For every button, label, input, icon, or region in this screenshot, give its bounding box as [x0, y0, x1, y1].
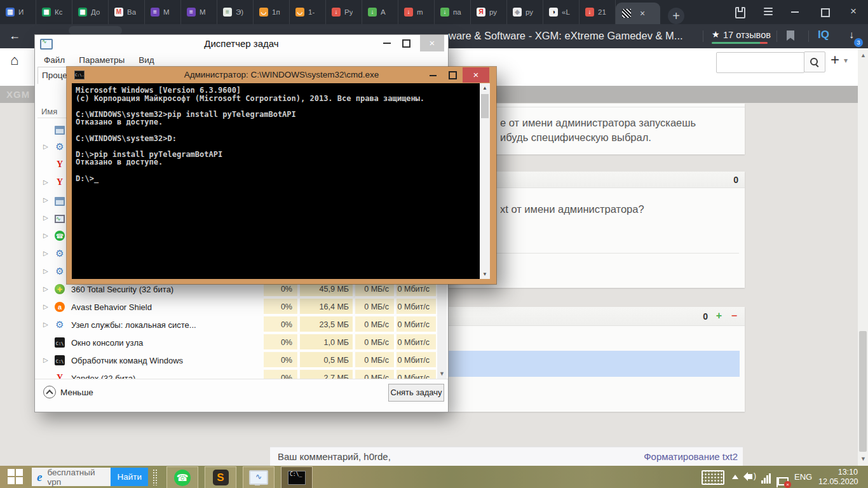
browser-tab[interactable]: ≡ М	[181, 0, 217, 24]
browser-tab[interactable]: ≡ Э)	[217, 0, 254, 24]
browser-tab[interactable]: ▦ Кс	[36, 0, 72, 24]
tab-favicon-icon: M	[114, 8, 123, 17]
fewer-details-icon[interactable]	[43, 386, 56, 398]
tab-panels-icon[interactable]	[735, 7, 745, 18]
iq-protect-icon[interactable]: IQ	[818, 29, 829, 41]
network-signal-icon[interactable]	[761, 472, 771, 484]
expand-arrow-icon[interactable]: ▷	[43, 143, 48, 150]
home-icon[interactable]: ⌂	[10, 52, 18, 69]
browser-tab[interactable]: ◑ «L	[543, 0, 580, 24]
close-button[interactable]: ×	[420, 35, 444, 51]
formatting-link[interactable]: Форматирование txt2	[644, 451, 738, 462]
address-pill[interactable]	[69, 26, 122, 35]
process-row[interactable]: ▷ Avast Behavior Shield 0% 16,4 МБ 0 МБ/…	[37, 299, 437, 316]
cmd-titlebar[interactable]: C:\. Администратор: C:\WINDOWS\system32\…	[67, 67, 496, 83]
action-center-flag-icon[interactable]: ×	[778, 477, 789, 485]
site-logo[interactable]: XGM	[6, 89, 30, 100]
taskbar-grip[interactable]	[153, 469, 158, 485]
browser-tab[interactable]: ↓ m	[398, 0, 435, 24]
process-row[interactable]: ▷ Обработчик команд Windows 0% 0,5 МБ 0 …	[37, 352, 437, 370]
column-header-name[interactable]: Имя	[41, 107, 57, 116]
expand-arrow-icon[interactable]: ▷	[43, 232, 48, 239]
taskbar-sublime-button[interactable]: S	[205, 466, 236, 488]
back-icon[interactable]: ←	[9, 29, 20, 43]
expand-arrow-icon[interactable]: ▷	[43, 214, 48, 221]
scrollbar-thumb[interactable]	[481, 94, 489, 118]
close-button[interactable]: ×	[463, 67, 489, 83]
expand-arrow-icon[interactable]: ▷	[43, 285, 48, 292]
browser-tab[interactable]: ↓ А	[362, 0, 398, 24]
menu-item[interactable]: Вид	[139, 55, 154, 65]
expand-arrow-icon[interactable]: ▷	[43, 250, 48, 257]
browser-tab[interactable]: ≡ М	[145, 0, 181, 24]
comment-bar[interactable]: Ваш комментарий, h0rde, Форматирование t…	[270, 447, 743, 466]
tray-clock[interactable]: 13:10 12.05.2020	[818, 468, 858, 487]
browser-tab[interactable]: ◈ ру	[507, 0, 543, 24]
reviews-count[interactable]: 17 отзывов	[723, 30, 771, 40]
taskbar-taskmanager-button[interactable]: ∿	[243, 466, 275, 488]
window-close-button[interactable]: ×	[850, 5, 857, 18]
menu-hamburger-icon[interactable]	[764, 11, 773, 12]
window-restore-button[interactable]	[821, 8, 830, 17]
task-manager-titlebar[interactable]: Диспетчер задач ×	[35, 35, 448, 52]
vote-down-button[interactable]: −	[731, 310, 737, 322]
expand-arrow-icon[interactable]: ▷	[43, 268, 48, 274]
window-minimize-button[interactable]	[791, 11, 799, 13]
end-task-button[interactable]: Снять задачу	[388, 384, 444, 402]
language-indicator[interactable]: ENG	[794, 472, 812, 482]
browser-tab[interactable]: ↓ па	[435, 0, 471, 24]
scrollbar-thumb[interactable]	[859, 331, 867, 452]
browser-tab[interactable]: ↓ 21	[580, 0, 616, 24]
browser-tab[interactable]: ◡ 1-	[290, 0, 326, 24]
page-scrollbar[interactable]: ▲ ▼	[858, 48, 868, 466]
download-icon[interactable]: ↓	[849, 29, 854, 41]
maximize-button[interactable]	[449, 71, 457, 79]
browser-tab-active[interactable]: ×	[616, 3, 660, 24]
new-tab-button[interactable]: +	[668, 8, 684, 24]
minimize-button[interactable]	[430, 75, 437, 76]
scroll-down-icon[interactable]: ▼	[480, 269, 490, 279]
browser-tab[interactable]: ◡ 1п	[254, 0, 290, 24]
fewer-details-label[interactable]: Меньше	[60, 388, 93, 397]
console-output[interactable]: Microsoft Windows [Version 6.3.9600](c) …	[72, 83, 480, 279]
process-row[interactable]: Yandex (32 бита) 0% 2,7 МБ 0 МБ/с 0 Мбит…	[37, 370, 437, 379]
site-search-button[interactable]	[804, 51, 825, 72]
scroll-up-icon[interactable]: ▲	[860, 52, 866, 58]
taskbar-cmd-button[interactable]: C:\_	[281, 466, 313, 488]
scroll-down-icon[interactable]: ▼	[860, 456, 866, 462]
touch-keyboard-icon[interactable]	[702, 470, 724, 485]
minimize-button[interactable]	[383, 43, 391, 44]
browser-tab[interactable]: ▥ И	[0, 0, 36, 24]
expand-arrow-icon[interactable]: ▷	[43, 179, 48, 186]
volume-icon[interactable]	[747, 474, 752, 479]
maximize-button[interactable]	[402, 39, 410, 48]
disk-cell: 0 МБ/с	[355, 352, 395, 369]
browser-tab[interactable]: M Ва	[109, 0, 145, 24]
vote-up-button[interactable]: +	[716, 310, 722, 322]
console-scrollbar[interactable]: ▲ ▼	[480, 83, 490, 279]
tab-close-icon[interactable]: ×	[640, 9, 645, 18]
search-go-button[interactable]: Найти	[111, 468, 148, 486]
expand-arrow-icon[interactable]: ▷	[43, 196, 48, 203]
bookmark-icon[interactable]	[787, 30, 794, 41]
process-row[interactable]: Окно консоли узла 0% 1,0 МБ 0 МБ/с 0 Мби…	[37, 334, 437, 352]
browser-tab[interactable]: ↓ Ру	[326, 0, 362, 24]
chevron-down-icon[interactable]: ▾	[844, 56, 848, 65]
expand-arrow-icon[interactable]: ▷	[43, 356, 48, 363]
browser-tab[interactable]: Я ру	[471, 0, 507, 24]
menu-item[interactable]: Файл	[44, 55, 65, 65]
taskbar-whatsapp-button[interactable]: ☎	[166, 466, 198, 488]
start-button[interactable]	[8, 469, 23, 484]
scroll-down-icon[interactable]: ▼	[439, 370, 445, 377]
menu-item[interactable]: Параметры	[79, 55, 125, 65]
comment-placeholder[interactable]: Ваш комментарий, h0rde,	[278, 451, 391, 462]
expand-arrow-icon[interactable]: ▷	[43, 303, 48, 310]
site-search-input[interactable]	[716, 52, 804, 73]
tray-expand-icon[interactable]	[732, 475, 738, 479]
taskbar-search[interactable]: e бесплатный vpn Найти	[32, 468, 148, 486]
add-button[interactable]: +	[831, 51, 839, 69]
browser-tab[interactable]: ▦ До	[72, 0, 109, 24]
process-row[interactable]: ▷ Узел службы: локальная систе... 0% 23,…	[37, 316, 437, 334]
expand-arrow-icon[interactable]: ▷	[43, 321, 48, 328]
scroll-up-icon[interactable]: ▲	[480, 83, 490, 93]
